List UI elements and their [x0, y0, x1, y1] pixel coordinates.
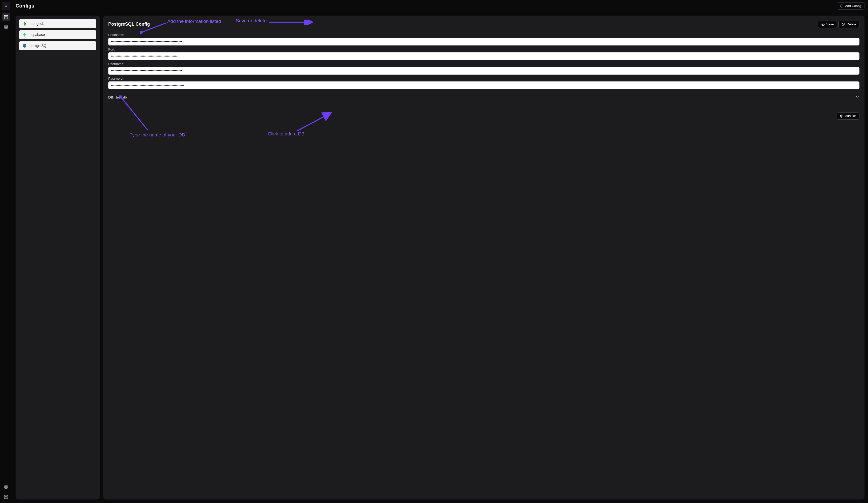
plus-circle-icon: [840, 4, 844, 8]
username-label: Username:: [108, 62, 859, 66]
slash-circle-icon: [841, 23, 845, 26]
delete-button[interactable]: Delete: [838, 21, 859, 28]
config-item-label: supabase: [30, 33, 45, 37]
config-detail-panel: PostgreSQL Config Save Delete Hostname:: [103, 16, 865, 500]
config-item-label: mongodb: [30, 22, 44, 25]
add-config-button[interactable]: Add Config: [837, 2, 865, 10]
supabase-icon: [22, 32, 27, 37]
nav-help[interactable]: [2, 483, 10, 491]
password-label: Password:: [108, 76, 859, 80]
app-logo[interactable]: [2, 2, 10, 10]
port-label: Port:: [108, 48, 859, 51]
password-input[interactable]: [108, 81, 859, 89]
config-item-supabase[interactable]: supabase: [19, 30, 96, 39]
postgresql-icon: [22, 43, 27, 48]
db-prefix: DB:: [108, 95, 114, 99]
delete-label: Delete: [847, 22, 856, 26]
port-input[interactable]: [108, 52, 859, 60]
svg-point-7: [23, 44, 26, 48]
annotation-add-db: Click to add a DB: [268, 131, 304, 137]
page-title: Configs: [16, 3, 34, 9]
save-label: Save: [826, 22, 834, 26]
svg-point-5: [5, 496, 7, 497]
save-button[interactable]: Save: [818, 21, 837, 28]
add-db-label: Add DB: [845, 114, 856, 118]
chevron-down-icon: [856, 95, 859, 100]
check-circle-icon: [821, 23, 825, 26]
config-item-label: postgreSQL: [30, 44, 49, 48]
config-list-panel: mongodb supabase postgreSQL: [16, 16, 100, 500]
svg-point-11: [25, 45, 25, 45]
svg-point-1: [4, 25, 8, 27]
nav-account[interactable]: [2, 493, 10, 501]
add-config-label: Add Config: [845, 4, 861, 8]
nav-database[interactable]: [2, 23, 10, 31]
db-name: test_db: [116, 95, 127, 99]
svg-point-12: [822, 23, 825, 25]
config-item-postgresql[interactable]: postgreSQL: [19, 41, 96, 50]
topbar: Configs Add Config: [12, 0, 868, 12]
config-item-mongodb[interactable]: mongodb: [19, 19, 96, 28]
detail-title: PostgreSQL Config: [108, 22, 150, 27]
nav-configs[interactable]: [2, 13, 10, 21]
mongodb-icon: [22, 21, 27, 26]
username-input[interactable]: [108, 67, 859, 75]
plus-circle-icon: [840, 114, 844, 118]
db-accordion-header[interactable]: DB: test_db: [108, 91, 859, 101]
annotation-db: Type the name of your DB: [130, 132, 185, 138]
hostname-input[interactable]: [108, 38, 859, 45]
svg-point-3: [5, 486, 7, 488]
hostname-label: Hostname:: [108, 33, 859, 37]
add-db-button[interactable]: Add DB: [837, 112, 859, 120]
nav-rail: [0, 0, 12, 503]
svg-point-10: [24, 45, 24, 45]
